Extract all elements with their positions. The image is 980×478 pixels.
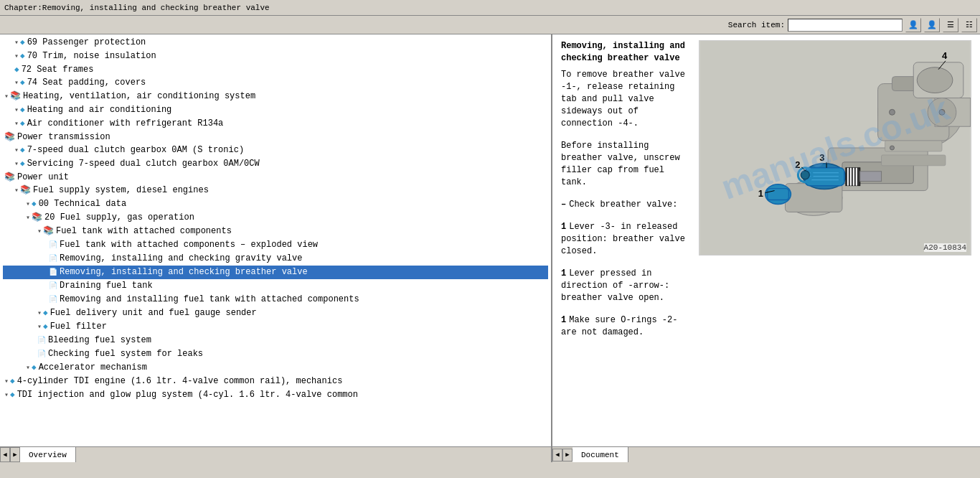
diamond-icon: ◆ [20,38,25,47]
tree-item-label: Heating, ventilation, air conditioning s… [23,91,255,101]
tree-item[interactable]: 📚Power unit [3,171,548,184]
tree-item-label: Fuel supply system, diesel engines [33,185,209,195]
doc-para-1: To remove breather valve -1-, release re… [561,69,690,136]
tab-document[interactable]: Document [573,447,628,463]
tree-item[interactable]: 📄Removing, installing and checking breat… [3,266,548,279]
tree-item[interactable]: ▾◆Fuel delivery unit and fuel gauge send… [3,306,548,320]
tree-item[interactable]: ▾📚Fuel tank with attached components [3,225,548,238]
diamond-icon: ◆ [20,52,25,60]
tree-item[interactable]: ▾📚Heating, ventilation, air conditioning… [3,90,548,103]
scroll-right-btn[interactable]: ▶ [10,447,20,462]
menu-btn1[interactable]: ☰ [943,18,958,32]
tree-item[interactable]: 📄Fuel tank with attached components – ex… [3,238,548,252]
svg-text:3: 3 [819,152,824,163]
svg-point-29 [889,109,895,115]
expand-icon: ▾ [14,39,19,47]
tree-item[interactable]: 📚Power transmission [3,131,548,144]
tree-item-label: Air conditioner with refrigerant R134a [27,118,224,128]
doc-scroll-left[interactable]: ◀ [552,449,562,461]
doc-icon: 📄 [49,296,57,304]
tree-item[interactable]: ▾◆Accelerator mechanism [3,361,548,375]
tree-item[interactable]: 📄Bleeding fuel system [3,334,548,347]
search-input[interactable] [788,19,903,32]
svg-point-7 [917,67,953,93]
svg-rect-23 [768,189,789,200]
tree-item[interactable]: ▾◆Heating and air conditioning [3,103,548,117]
window-title: Chapter:Removing, installing and checkin… [4,4,270,12]
doc-scroll-right[interactable]: ▶ [562,449,573,461]
tree-item-label: Removing and installing fuel tank with a… [60,294,359,304]
diamond-icon: ◆ [10,377,15,385]
diamond-icon: ◆ [32,363,37,372]
tree-item-label: Fuel tank with attached components [56,226,232,236]
svg-point-30 [939,109,945,115]
book-icon: 📚 [4,172,15,182]
tree-item[interactable]: ▾◆Air conditioner with refrigerant R134a [3,117,548,131]
expand-icon: ▾ [26,200,30,208]
tree-item[interactable]: ◆72 Seat frames [3,63,548,76]
expand-icon: ▾ [14,160,19,168]
tree-item-label: Fuel tank with attached components – exp… [60,240,318,250]
doc-title: Removing, installing and checking breath… [561,40,690,65]
expand-icon: ▾ [37,323,42,331]
tree-item[interactable]: ▾◆00 Technical data [3,197,548,211]
book-icon: 📚 [10,91,21,101]
left-panel: ▾◆69 Passenger protection▾◆70 Trim, nois… [0,34,552,462]
diamond-icon: ◆ [20,159,25,168]
doc-icon: 📄 [49,282,57,290]
doc-content: Removing, installing and checking breath… [552,34,980,446]
svg-rect-27 [882,155,946,166]
svg-point-25 [801,171,809,179]
diamond-icon: ◆ [20,78,25,87]
doc-para-3: – Check breather valve: [561,199,690,217]
tree-item[interactable]: ▾📚20 Fuel supply, gas operation [3,211,548,225]
tree-item[interactable]: ▾◆70 Trim, noise insulation [3,50,548,63]
diamond-icon: ◆ [20,119,25,128]
tab-overview[interactable]: Overview [20,447,76,462]
tree-item[interactable]: 📄Removing, installing and checking gravi… [3,252,548,266]
scroll-left-btn[interactable]: ◀ [0,447,10,462]
book-icon: 📚 [4,132,15,142]
tree-item-label: 7-speed dual clutch gearbox 0AM (S troni… [27,145,244,155]
tree-container[interactable]: ▾◆69 Passenger protection▾◆70 Trim, nois… [0,34,551,446]
svg-text:4: 4 [942,50,948,61]
title-bar: Chapter:Removing, installing and checkin… [0,0,980,16]
tree-item[interactable]: 📄Draining fuel tank [3,279,548,293]
expand-icon: ▾ [14,106,19,114]
doc-para-6: 1 Make sure O-rings -2- are not damaged. [561,314,690,345]
user-icon-btn2[interactable]: 👤 [924,18,940,32]
diamond-icon: ◆ [20,146,25,154]
doc-icon: 📄 [37,337,46,345]
tree-item[interactable]: ▾📚Fuel supply system, diesel engines [3,184,548,197]
book-icon: 📚 [43,226,54,236]
expand-icon: ▾ [4,93,9,100]
expand-icon: ▾ [14,79,19,87]
tree-item[interactable]: 📄Removing and installing fuel tank with … [3,293,548,306]
user-icon-btn1[interactable]: 👤 [905,18,921,32]
tree-item-label: Removing, installing and checking breath… [60,267,308,277]
tree-item[interactable]: ▾◆74 Seat padding, covers [3,76,548,90]
svg-point-31 [890,146,894,150]
tree-item[interactable]: ▾◆Servicing 7-speed dual clutch gearbox … [3,157,548,171]
toolbar: Search item: 👤 👤 ☰ ☷ [0,16,980,34]
tree-item[interactable]: 📄Checking fuel system for leaks [3,347,548,361]
tree-item-label: 69 Passenger protection [27,37,146,47]
expand-icon: ▾ [14,120,19,128]
tree-item-label: Heating and air conditioning [27,105,172,115]
tree-item[interactable]: ▾◆7-speed dual clutch gearbox 0AM (S tro… [3,144,548,157]
menu-btn2[interactable]: ☷ [961,18,977,32]
expand-icon: ▾ [26,364,30,372]
tree-item-label: 00 Technical data [39,199,126,209]
tree-item[interactable]: ▾◆Fuel filter [3,320,548,334]
diamond-icon: ◆ [10,390,15,399]
left-tabs: ◀ ▶ Overview [0,446,551,462]
expand-icon: ▾ [14,52,19,60]
tree-item-label: 72 Seat frames [22,65,94,75]
expand-icon: ▾ [4,378,9,385]
tree-item[interactable]: ▾◆4-cylinder TDI engine (1.6 ltr. 4-valv… [3,375,548,388]
tree-item[interactable]: ▾◆TDI injection and glow plug system (4-… [3,388,548,402]
tree-item-label: TDI injection and glow plug system (4-cy… [17,390,358,400]
tree-item[interactable]: ▾◆69 Passenger protection [3,36,548,50]
diamond-icon: ◆ [14,65,19,74]
doc-icon: 📄 [49,255,57,263]
